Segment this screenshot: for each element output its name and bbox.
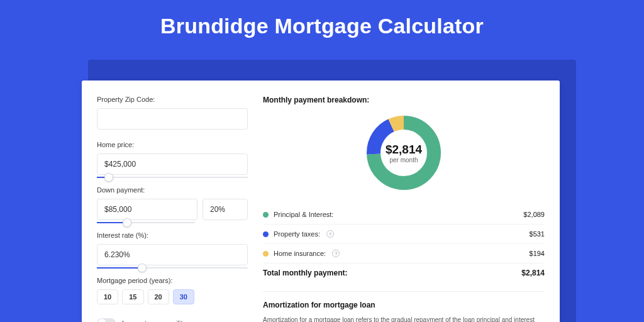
dot-icon	[263, 231, 269, 237]
help-icon[interactable]: ?	[332, 250, 340, 257]
dot-icon	[263, 212, 269, 218]
inputs-column: Property Zip Code: Home price: Down paym…	[97, 96, 248, 317]
home-price-slider-track	[97, 177, 248, 178]
donut-center: $2,814 per month	[386, 143, 422, 164]
home-price-input-wrap	[97, 153, 248, 175]
amortization-text: Amortization for a mortgage loan refers …	[263, 316, 545, 322]
veteran-toggle-label: I am veteran or military	[122, 319, 192, 322]
veteran-toggle-row: I am veteran or military	[97, 318, 248, 322]
period-option-30[interactable]: 30	[173, 289, 194, 304]
legend-row-principal: Principal & Interest: $2,089	[263, 205, 545, 225]
interest-rate-label: Interest rate (%):	[97, 231, 248, 239]
total-row: Total monthly payment: $2,814	[263, 264, 545, 277]
veteran-toggle-knob	[97, 319, 106, 322]
interest-rate-input-wrap	[97, 244, 248, 265]
legend-row-taxes: Property taxes: ? $531	[263, 225, 545, 244]
amortization-title: Amortization for mortgage loan	[263, 301, 545, 309]
zip-input-wrap	[97, 108, 248, 130]
interest-rate-slider-fill	[97, 267, 142, 269]
page-title: Brundidge Mortgage Calculator	[0, 0, 644, 50]
veteran-toggle[interactable]	[97, 318, 116, 322]
legend-value-principal: $2,089	[523, 211, 545, 218]
mortgage-period-label: Mortgage period (years):	[97, 277, 248, 284]
down-payment-amount-input[interactable]	[97, 199, 197, 220]
payment-donut-chart: $2,814 per month	[263, 113, 545, 192]
interest-rate-slider-thumb[interactable]	[138, 264, 147, 272]
legend-value-insurance: $194	[530, 250, 545, 257]
calculator-card: Property Zip Code: Home price: Down paym…	[82, 80, 560, 322]
home-price-slider-thumb[interactable]	[104, 173, 113, 182]
breakdown-column: Monthly payment breakdown: $2,814 per mo…	[263, 96, 545, 317]
down-payment-group	[97, 199, 248, 220]
total-label: Total monthly payment:	[263, 269, 347, 277]
period-option-20[interactable]: 20	[148, 289, 169, 304]
home-price-label: Home price:	[97, 141, 248, 148]
donut-center-amount: $2,814	[386, 143, 422, 157]
period-option-15[interactable]: 15	[122, 289, 143, 304]
dot-icon	[263, 251, 269, 257]
period-option-10[interactable]: 10	[97, 289, 118, 304]
legend-row-insurance: Home insurance: ? $194	[263, 244, 545, 264]
mortgage-period-options: 10 15 20 30	[97, 289, 248, 304]
down-payment-percent-input[interactable]	[203, 199, 248, 220]
home-price-input[interactable]	[97, 153, 248, 175]
total-value: $2,814	[521, 269, 545, 277]
help-icon[interactable]: ?	[326, 230, 334, 238]
down-payment-label: Down payment:	[97, 186, 248, 194]
legend-value-taxes: $531	[530, 230, 545, 238]
interest-rate-input[interactable]	[97, 244, 248, 265]
down-payment-slider-thumb[interactable]	[123, 218, 131, 227]
zip-label: Property Zip Code:	[97, 96, 248, 103]
legend-label-principal: Principal & Interest:	[274, 211, 333, 218]
donut-center-sub: per month	[386, 157, 422, 164]
legend-label-insurance: Home insurance:	[274, 250, 326, 257]
amortization-section: Amortization for mortgage loan Amortizat…	[263, 291, 545, 322]
legend-label-taxes: Property taxes:	[274, 230, 320, 238]
zip-input[interactable]	[97, 108, 248, 130]
breakdown-title: Monthly payment breakdown:	[263, 96, 545, 104]
